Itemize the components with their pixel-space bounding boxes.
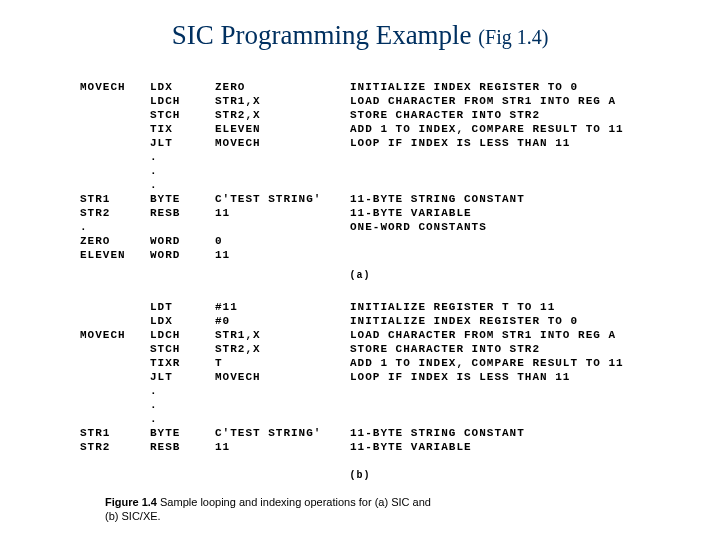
code-cell-cmt: [350, 234, 624, 248]
code-row: .ONE-WORD CONSTANTS: [80, 220, 624, 234]
code-cell-label: STR2: [80, 440, 150, 454]
code-row: STCHSTR2,XSTORE CHARACTER INTO STR2: [80, 342, 624, 356]
code-cell-arg: #11: [215, 300, 350, 314]
code-cell-label: [80, 314, 150, 328]
code-cell-label: ZERO: [80, 234, 150, 248]
code-row: STR1BYTEC'TEST STRING'11-BYTE STRING CON…: [80, 426, 624, 440]
code-cell-op: JLT: [150, 370, 215, 384]
code-cell-label: STR1: [80, 426, 150, 440]
code-cell-arg: STR2,X: [215, 342, 350, 356]
code-cell-op: WORD: [150, 248, 215, 262]
code-cell-cmt: ADD 1 TO INDEX, COMPARE RESULT TO 11: [350, 356, 624, 370]
code-cell-op: .: [150, 412, 215, 426]
code-cell-label: [80, 164, 150, 178]
code-cell-label: MOVECH: [80, 328, 150, 342]
code-cell-op: TIXR: [150, 356, 215, 370]
code-cell-cmt: [350, 384, 624, 398]
code-cell-op: RESB: [150, 440, 215, 454]
code-cell-label: [80, 94, 150, 108]
code-cell-arg: [215, 178, 350, 192]
code-cell-arg: 11: [215, 206, 350, 220]
code-cell-arg: ZERO: [215, 80, 350, 94]
code-cell-label: [80, 136, 150, 150]
code-cell-arg: 0: [215, 234, 350, 248]
code-row: TIXELEVENADD 1 TO INDEX, COMPARE RESULT …: [80, 122, 624, 136]
code-cell-op: .: [150, 398, 215, 412]
code-cell-label: MOVECH: [80, 80, 150, 94]
code-cell-op: TIX: [150, 122, 215, 136]
code-row: STR2RESB1111-BYTE VARIABLE: [80, 440, 624, 454]
code-cell-arg: MOVECH: [215, 136, 350, 150]
code-cell-arg: C'TEST STRING': [215, 192, 350, 206]
code-row: .: [80, 412, 624, 426]
code-listing-a: MOVECHLDXZEROINITIALIZE INDEX REGISTER T…: [80, 80, 670, 262]
code-row: LDCHSTR1,XLOAD CHARACTER FROM STR1 INTO …: [80, 94, 624, 108]
code-cell-op: RESB: [150, 206, 215, 220]
code-cell-label: [80, 150, 150, 164]
code-cell-cmt: [350, 398, 624, 412]
code-cell-arg: [215, 164, 350, 178]
code-cell-label: [80, 122, 150, 136]
code-cell-cmt: INITIALIZE INDEX REGISTER TO 0: [350, 314, 624, 328]
code-cell-label: STR1: [80, 192, 150, 206]
code-cell-op: STCH: [150, 108, 215, 122]
caption-text-line2: (b) SIC/XE.: [105, 510, 161, 522]
code-cell-label: STR2: [80, 206, 150, 220]
code-cell-cmt: [350, 178, 624, 192]
code-cell-cmt: 11-BYTE VARIABLE: [350, 440, 624, 454]
code-cell-op: JLT: [150, 136, 215, 150]
part-b-label: (b): [0, 470, 720, 481]
code-cell-op: LDT: [150, 300, 215, 314]
code-cell-cmt: [350, 150, 624, 164]
part-a-label: (a): [0, 270, 720, 281]
code-cell-cmt: [350, 248, 624, 262]
code-cell-label: [80, 384, 150, 398]
code-row: ZEROWORD0: [80, 234, 624, 248]
code-cell-arg: STR1,X: [215, 328, 350, 342]
code-cell-op: WORD: [150, 234, 215, 248]
code-cell-cmt: LOAD CHARACTER FROM STR1 INTO REG A: [350, 328, 624, 342]
code-row: .: [80, 150, 624, 164]
code-cell-arg: ELEVEN: [215, 122, 350, 136]
code-cell-cmt: [350, 412, 624, 426]
code-row: TIXRTADD 1 TO INDEX, COMPARE RESULT TO 1…: [80, 356, 624, 370]
code-cell-cmt: 11-BYTE VARIABLE: [350, 206, 624, 220]
code-cell-arg: [215, 398, 350, 412]
code-cell-op: LDCH: [150, 328, 215, 342]
code-cell-op: .: [150, 178, 215, 192]
code-cell-arg: [215, 384, 350, 398]
code-row: LDT#11INITIALIZE REGISTER T TO 11: [80, 300, 624, 314]
code-row: .: [80, 398, 624, 412]
code-cell-cmt: INITIALIZE INDEX REGISTER TO 0: [350, 80, 624, 94]
code-cell-arg: STR1,X: [215, 94, 350, 108]
code-row: STR1BYTEC'TEST STRING'11-BYTE STRING CON…: [80, 192, 624, 206]
code-cell-cmt: ONE-WORD CONSTANTS: [350, 220, 624, 234]
code-cell-label: [80, 356, 150, 370]
code-cell-label: [80, 108, 150, 122]
code-cell-arg: C'TEST STRING': [215, 426, 350, 440]
code-row: ELEVENWORD11: [80, 248, 624, 262]
code-cell-cmt: 11-BYTE STRING CONSTANT: [350, 426, 624, 440]
code-row: STCHSTR2,XSTORE CHARACTER INTO STR2: [80, 108, 624, 122]
code-cell-label: [80, 370, 150, 384]
caption-text-line1: Sample looping and indexing operations f…: [157, 496, 431, 508]
title-figure-ref: (Fig 1.4): [478, 26, 548, 48]
code-cell-op: .: [150, 384, 215, 398]
code-cell-arg: MOVECH: [215, 370, 350, 384]
code-cell-cmt: [350, 164, 624, 178]
code-cell-arg: [215, 150, 350, 164]
code-cell-cmt: LOOP IF INDEX IS LESS THAN 11: [350, 136, 624, 150]
code-cell-arg: #0: [215, 314, 350, 328]
code-cell-cmt: INITIALIZE REGISTER T TO 11: [350, 300, 624, 314]
code-cell-label: [80, 300, 150, 314]
figure-caption: Figure 1.4 Sample looping and indexing o…: [105, 495, 431, 523]
code-cell-cmt: ADD 1 TO INDEX, COMPARE RESULT TO 11: [350, 122, 624, 136]
caption-figure-label: Figure 1.4: [105, 496, 157, 508]
code-row: .: [80, 164, 624, 178]
code-cell-cmt: LOAD CHARACTER FROM STR1 INTO REG A: [350, 94, 624, 108]
code-row: .: [80, 384, 624, 398]
slide-title: SIC Programming Example (Fig 1.4): [0, 20, 720, 51]
code-cell-arg: 11: [215, 440, 350, 454]
code-cell-op: .: [150, 150, 215, 164]
code-cell-cmt: STORE CHARACTER INTO STR2: [350, 108, 624, 122]
